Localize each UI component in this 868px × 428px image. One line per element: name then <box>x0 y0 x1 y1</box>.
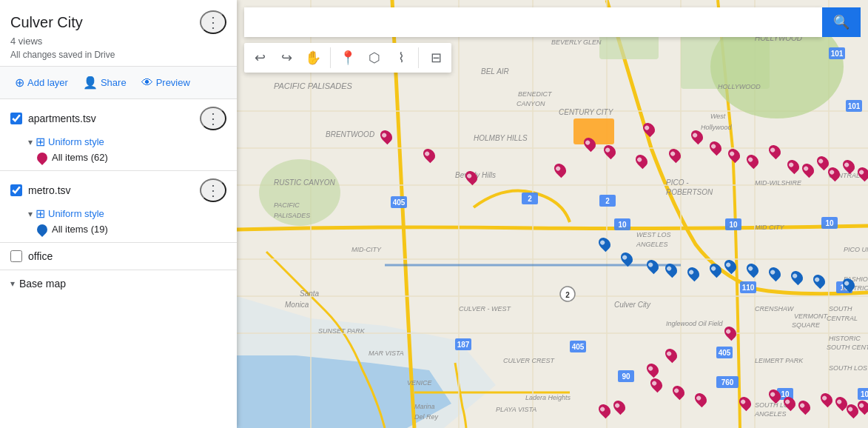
svg-text:187: 187 <box>457 341 470 349</box>
svg-text:1055: 1055 <box>861 390 868 398</box>
layer-metro: metro.tsv ⋮ ▾ ⊞ Uniform style All items … <box>0 171 237 243</box>
svg-text:Culver City: Culver City <box>614 301 651 309</box>
toolbar-divider <box>330 47 331 68</box>
views-count: 4 views <box>10 36 226 47</box>
svg-text:MID CITY: MID CITY <box>755 224 784 231</box>
svg-text:SOUTH LOS: SOUTH LOS <box>829 364 867 372</box>
svg-text:BEVERLY GLEN: BEVERLY GLEN <box>551 39 602 46</box>
office-label: office <box>28 250 53 262</box>
metro-pin-icon <box>35 222 50 237</box>
svg-text:Santa: Santa <box>300 290 320 298</box>
svg-text:VENICE: VENICE <box>407 379 433 387</box>
svg-text:405: 405 <box>393 198 406 207</box>
svg-text:CULVER CREST: CULVER CREST <box>503 357 556 364</box>
preview-button[interactable]: 👁 Preview <box>137 73 195 93</box>
sidebar-actions: ⊕ Add layer 👤 Share 👁 Preview <box>0 67 237 99</box>
eye-icon: 👁 <box>141 76 153 90</box>
svg-text:ANGELES: ANGELES <box>754 410 787 418</box>
map-search-bar: 🔍 <box>244 7 861 37</box>
svg-text:PALISADES: PALISADES <box>274 212 310 219</box>
svg-text:VERMONT: VERMONT <box>794 312 829 320</box>
svg-text:405: 405 <box>719 349 731 357</box>
svg-text:PLAYA VISTA: PLAYA VISTA <box>496 406 536 413</box>
sidebar-header: Culver City ⋮ 4 views All changes saved … <box>0 0 237 67</box>
metro-style-label: Uniform style <box>48 208 104 219</box>
shape-button[interactable]: ⬡ <box>362 46 387 70</box>
apartments-items-label: All items (62) <box>52 152 108 163</box>
svg-text:BRENTWOOD: BRENTWOOD <box>326 130 374 138</box>
search-icon: 🔍 <box>833 14 850 30</box>
svg-text:Ladera Heights: Ladera Heights <box>525 394 571 401</box>
svg-text:2: 2 <box>605 197 610 205</box>
svg-text:CULVER - WEST: CULVER - WEST <box>459 305 512 312</box>
svg-text:ROBERTSON: ROBERTSON <box>666 188 713 196</box>
svg-text:RUSTIC CANYON: RUSTIC CANYON <box>274 178 336 187</box>
svg-text:CANYON: CANYON <box>517 100 545 107</box>
undo-button[interactable]: ↩ <box>247 46 272 70</box>
pan-button[interactable]: ✋ <box>300 46 326 70</box>
layer-apartments: apartments.tsv ⋮ ▾ ⊞ Uniform style All i… <box>0 99 237 171</box>
svg-text:101: 101 <box>848 102 861 110</box>
svg-text:SOUTH CENTRAL: SOUTH CENTRAL <box>827 344 868 351</box>
apartments-more-button[interactable]: ⋮ <box>200 107 226 130</box>
apartments-style-icon: ⊞ <box>36 135 45 149</box>
more-options-button[interactable]: ⋮ <box>200 10 226 34</box>
office-checkbox[interactable] <box>10 250 22 262</box>
apartments-chevron-icon: ▾ <box>28 137 33 147</box>
share-button[interactable]: 👤 Share <box>78 73 131 93</box>
svg-text:LEIMERT PARK: LEIMERT PARK <box>755 357 804 364</box>
svg-text:101: 101 <box>831 50 844 58</box>
measure-button[interactable]: ⊟ <box>423 46 448 70</box>
sidebar: Culver City ⋮ 4 views All changes saved … <box>0 0 237 428</box>
svg-text:BENEDICT: BENEDICT <box>518 90 553 98</box>
search-button[interactable]: 🔍 <box>822 7 861 37</box>
svg-text:PICO -: PICO - <box>666 178 689 187</box>
svg-text:PACIFIC PALISADES: PACIFIC PALISADES <box>274 81 353 90</box>
svg-text:Inglewood Oil Field: Inglewood Oil Field <box>666 320 724 327</box>
add-layer-button[interactable]: ⊕ Add layer <box>10 73 73 93</box>
svg-text:CENTRAL: CENTRAL <box>827 315 858 322</box>
map-title: Culver City <box>10 14 83 31</box>
svg-text:HOLLYWOOD: HOLLYWOOD <box>718 83 761 90</box>
metro-style-row[interactable]: ▾ ⊞ Uniform style <box>28 207 226 221</box>
svg-text:90: 90 <box>622 372 630 381</box>
line-button[interactable]: ⌇ <box>388 46 414 70</box>
svg-text:BEL AIR: BEL AIR <box>481 67 509 76</box>
basemap-row[interactable]: ▾ Base map <box>0 270 237 297</box>
svg-text:WEST LOS: WEST LOS <box>636 231 671 238</box>
svg-text:MID-CITY: MID-CITY <box>351 246 382 253</box>
apartments-items-row: All items (62) <box>37 152 226 163</box>
apartments-style-label: Uniform style <box>48 136 104 147</box>
svg-text:110: 110 <box>742 284 755 292</box>
svg-text:Del Rey: Del Rey <box>414 413 439 421</box>
svg-text:PICO UNION: PICO UNION <box>844 246 868 253</box>
svg-text:405: 405 <box>572 343 585 351</box>
svg-text:CENTURY CITY: CENTURY CITY <box>559 108 614 116</box>
metro-checkbox[interactable] <box>10 184 22 196</box>
share-icon: 👤 <box>83 76 98 90</box>
apartments-pin-icon <box>35 150 50 165</box>
svg-text:HOLMBY HILLS: HOLMBY HILLS <box>474 134 528 142</box>
apartments-checkbox[interactable] <box>10 113 22 124</box>
metro-items-label: All items (19) <box>52 224 108 235</box>
svg-text:West: West <box>710 113 726 120</box>
svg-text:10: 10 <box>825 219 834 227</box>
metro-more-button[interactable]: ⋮ <box>200 178 226 202</box>
redo-button[interactable]: ↪ <box>274 46 299 70</box>
apartments-layer-name: apartments.tsv <box>28 113 96 124</box>
marker-button[interactable]: 📍 <box>335 46 360 70</box>
layers-icon: ⊕ <box>15 76 24 90</box>
map-area[interactable]: 405 2 405 2 10 10 10 10 405 90 405 187 1… <box>237 0 868 428</box>
svg-text:Marina: Marina <box>414 403 435 410</box>
svg-text:MAR VISTA: MAR VISTA <box>369 350 404 357</box>
search-input[interactable] <box>244 7 822 37</box>
svg-text:10: 10 <box>729 221 738 229</box>
toolbar-divider-2 <box>418 47 419 68</box>
apartments-style-row[interactable]: ▾ ⊞ Uniform style <box>28 135 226 149</box>
svg-text:MID-WILSHIRE: MID-WILSHIRE <box>755 179 802 187</box>
save-status: All changes saved in Drive <box>10 50 226 60</box>
metro-chevron-icon: ▾ <box>28 209 33 219</box>
svg-text:PACIFIC: PACIFIC <box>274 201 300 209</box>
basemap-label: Base map <box>19 278 66 290</box>
basemap-chevron-icon: ▾ <box>10 278 15 289</box>
